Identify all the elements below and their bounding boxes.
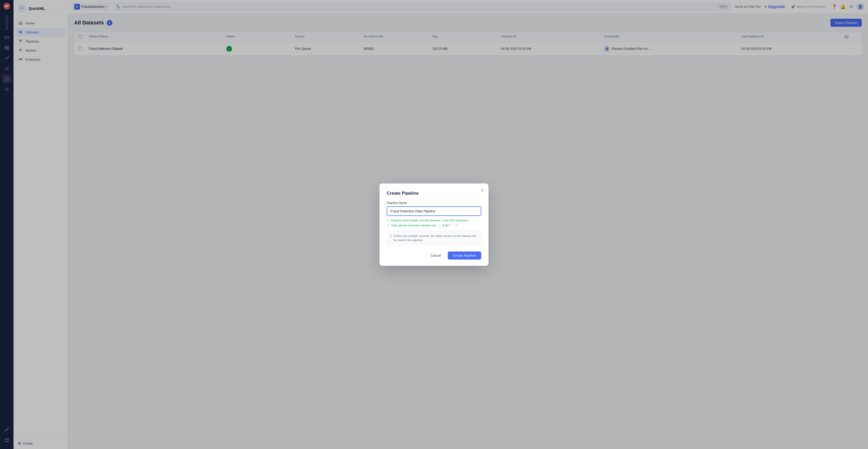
modal-overlay[interactable]: Create Pipeline ✕ Pipeline Name ✓ Pipeli… <box>0 0 868 449</box>
modal-title: Create Pipeline <box>387 191 481 196</box>
create-pipeline-button[interactable]: Create Pipeline <box>448 252 481 260</box>
validation-text-1: Pipeline name length must be between 1 a… <box>391 219 469 222</box>
field-label: Pipeline Name <box>387 201 481 205</box>
modal-close-button[interactable]: ✕ <box>480 188 484 193</box>
cancel-button[interactable]: Cancel <box>427 252 445 260</box>
check-icon-2: ✓ <box>387 223 390 227</box>
check-icon-1: ✓ <box>387 219 390 222</box>
info-icon: ℹ <box>390 234 392 238</box>
info-text: If there are multiple versions, the late… <box>394 234 478 243</box>
modal-actions: Cancel Create Pipeline <box>387 252 481 260</box>
validation-list: ✓ Pipeline name length must be between 1… <box>387 219 481 227</box>
validation-text-2: Only special characters allowed are _ - … <box>391 224 458 227</box>
pipeline-name-field: Pipeline Name <box>387 201 481 216</box>
info-box: ℹ If there are multiple versions, the la… <box>387 231 481 245</box>
create-pipeline-modal: Create Pipeline ✕ Pipeline Name ✓ Pipeli… <box>379 184 489 266</box>
pipeline-name-input[interactable] <box>387 206 481 216</box>
validation-item-length: ✓ Pipeline name length must be between 1… <box>387 219 481 222</box>
validation-item-chars: ✓ Only special characters allowed are _ … <box>387 223 481 227</box>
